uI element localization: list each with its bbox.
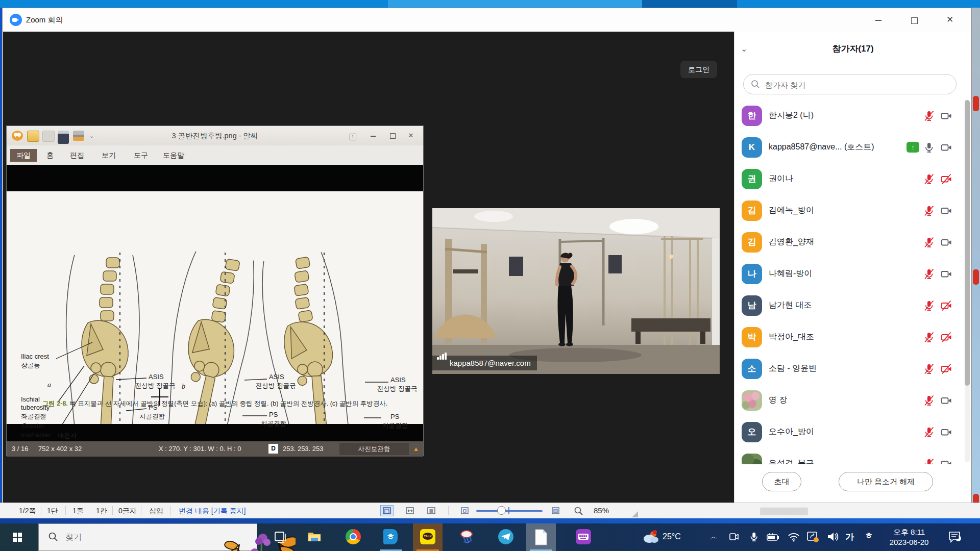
participant-row[interactable]: 오오수아_방이 [734, 416, 962, 448]
participant-row[interactable]: 김김에녹_방이 [734, 195, 962, 227]
participant-row[interactable]: 한한지붕2 (나) [734, 100, 962, 132]
maximize-button[interactable] [902, 12, 926, 28]
zoom-out-button[interactable] [458, 505, 470, 516]
camera-off-icon[interactable] [940, 173, 952, 185]
mic-muted-icon[interactable] [923, 426, 935, 438]
zoom-in-button[interactable] [549, 505, 560, 516]
menu-tools[interactable]: 도구 [131, 149, 151, 162]
badminton-icon[interactable] [460, 529, 476, 545]
participant-row[interactable]: 권권이나 [734, 163, 962, 195]
participant-row[interactable]: 영 장 [734, 385, 962, 416]
hwp-status-item[interactable]: 1/2쪽 [19, 507, 36, 516]
login-button[interactable]: 로그인 [680, 61, 717, 78]
camera-icon[interactable] [940, 141, 952, 154]
menu-file[interactable]: 파일 [10, 149, 37, 162]
kakaotalk-icon[interactable]: TALK [420, 529, 436, 545]
chrome-icon[interactable] [346, 529, 362, 545]
alsee-titlebar[interactable]: ⌄ 3 골반전방후방.png - 알씨 ↑ ✕ [7, 126, 423, 145]
menu-help[interactable]: 도움말 [160, 149, 187, 162]
participant-row[interactable]: Kkappa8587@nave... (호스트)↑ [734, 132, 962, 163]
camera-off-icon[interactable] [940, 331, 952, 343]
mic-muted-icon[interactable] [923, 299, 935, 312]
cast-icon[interactable] [806, 531, 819, 544]
invite-button[interactable]: 초대 [762, 472, 801, 491]
mic-icon[interactable] [923, 141, 935, 154]
alsee-minimize-button[interactable] [367, 131, 379, 141]
magnifier-icon[interactable] [574, 506, 583, 517]
view-mode-full-button[interactable] [425, 505, 438, 516]
mic-muted-icon[interactable] [923, 268, 935, 280]
camera-icon[interactable] [940, 458, 952, 464]
scrollbar-thumb[interactable] [965, 100, 970, 386]
mic-muted-icon[interactable] [923, 205, 935, 217]
mic-muted-icon[interactable] [923, 458, 935, 464]
file-explorer-icon[interactable] [307, 529, 323, 545]
participant-row[interactable]: 김김영환_양재 [734, 227, 962, 258]
menu-home[interactable]: 홈 [43, 149, 57, 162]
zoom-percent[interactable]: 85% [594, 506, 609, 515]
camera-off-icon[interactable] [940, 363, 952, 375]
telegram-icon[interactable] [498, 529, 514, 545]
participants-scrollbar[interactable] [965, 100, 970, 462]
camera-icon[interactable] [940, 394, 952, 407]
participant-row[interactable]: 나나혜림-방이 [734, 258, 962, 290]
unmute-all-button[interactable]: 나만 음소거 해제 [839, 472, 933, 491]
microphone-tray-icon[interactable] [748, 531, 760, 545]
close-button[interactable]: ✕ [938, 12, 962, 28]
photobox-button[interactable]: 사진보관함 [339, 443, 409, 455]
alsee-maximize-button[interactable] [386, 131, 399, 141]
participant-search-box[interactable] [743, 74, 957, 94]
task-view-button[interactable] [273, 529, 289, 545]
camera-icon[interactable] [940, 236, 952, 248]
camera-tray-icon[interactable] [728, 532, 739, 544]
participant-video-tile[interactable]: kappa8587@naver.com [432, 208, 720, 374]
speaker-icon[interactable] [827, 532, 839, 544]
camera-icon[interactable] [940, 205, 952, 217]
search-input[interactable] [764, 77, 945, 93]
participant-row[interactable]: 소소담 - 양윤빈 [734, 353, 962, 385]
zoom-titlebar[interactable]: Zoom 회의 ✕ [3, 8, 971, 32]
keyboard-app-icon[interactable] [576, 529, 592, 545]
hwp-status-item[interactable]: 1단 [47, 507, 58, 516]
document-icon[interactable] [534, 529, 550, 545]
temperature-label[interactable]: 25°C [663, 532, 681, 541]
mic-muted-icon[interactable] [923, 363, 935, 375]
minimize-button[interactable] [867, 12, 890, 28]
participant-list[interactable]: 한한지붕2 (나)Kkappa8587@nave... (호스트)↑권권이나김김… [734, 100, 962, 464]
hwp-status-item[interactable]: 변경 내용 [기록 중지] [179, 507, 246, 516]
zoom-slider[interactable] [476, 510, 543, 512]
mic-muted-icon[interactable] [923, 110, 935, 122]
menu-edit[interactable]: 편집 [67, 149, 87, 162]
camera-icon[interactable] [940, 426, 952, 438]
camera-off-icon[interactable] [940, 299, 952, 312]
menu-view[interactable]: 보기 [99, 149, 119, 162]
mic-muted-icon[interactable] [923, 236, 935, 248]
participant-row[interactable]: 남남가현 대조 [734, 290, 962, 321]
battery-icon[interactable] [767, 533, 780, 543]
action-center-icon[interactable] [948, 531, 962, 545]
ime-hangul-icon[interactable]: ㅎ [865, 531, 873, 541]
chevron-up-icon[interactable]: ︿ [710, 532, 717, 541]
hwp-status-item[interactable]: 0글자 [118, 507, 137, 516]
taskbar-search-input[interactable] [64, 530, 179, 544]
clock[interactable]: 오후 8:11 2023-06-20 [881, 527, 937, 547]
participant-row[interactable]: 유성경_복구 [734, 448, 962, 464]
camera-icon[interactable] [940, 268, 952, 280]
zoom-slider-thumb[interactable] [497, 506, 506, 515]
start-button[interactable] [4, 523, 31, 551]
mic-muted-icon[interactable] [923, 331, 935, 343]
camera-icon[interactable] [940, 110, 952, 122]
hwp-status-item[interactable]: 1칸 [96, 507, 107, 516]
mic-muted-icon[interactable] [923, 173, 935, 185]
chevron-up-icon[interactable]: ▲ [413, 445, 419, 453]
mic-muted-icon[interactable] [923, 394, 935, 407]
taskbar-search-box[interactable] [38, 523, 257, 551]
hwp-status-item[interactable]: 1줄 [72, 507, 84, 516]
alsee-close-button[interactable]: ✕ [405, 131, 417, 141]
alsee-pin-button[interactable]: ↑ [347, 131, 359, 141]
ime-korean-indicator[interactable]: 가 [845, 531, 854, 543]
wifi-icon[interactable] [788, 532, 800, 544]
hwp-icon[interactable]: ㅎ [383, 529, 400, 545]
view-mode-width-button[interactable] [403, 505, 416, 516]
participant-row[interactable]: 박박정아_대조 [734, 321, 962, 353]
